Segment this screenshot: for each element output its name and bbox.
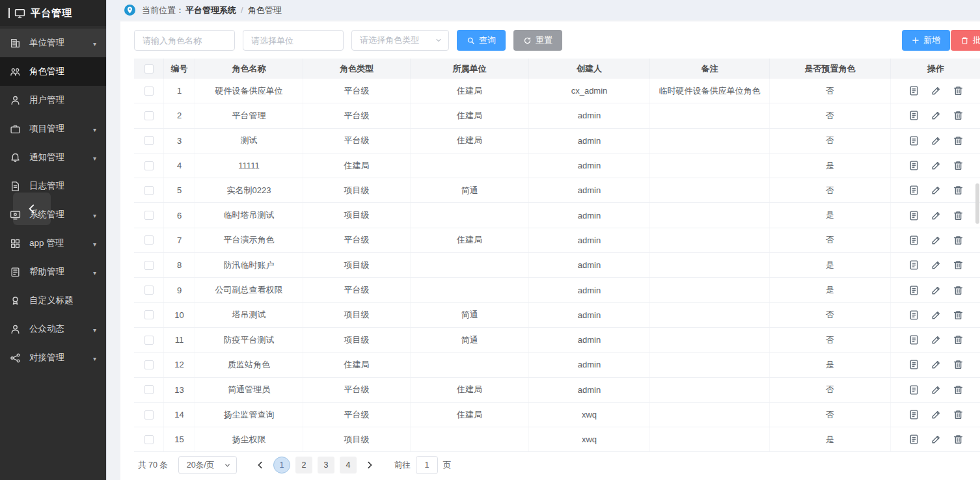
delete-button[interactable] [953,434,964,445]
row-checkbox[interactable] [144,235,154,245]
row-checkbox[interactable] [144,186,154,195]
delete-button[interactable] [953,85,964,96]
vertical-scrollbar-thumb[interactable] [975,183,979,224]
row-checkbox[interactable] [144,435,154,444]
edit-button[interactable] [931,334,942,345]
batch-delete-button[interactable]: 批量删除 [951,30,980,51]
view-button[interactable] [908,434,919,445]
view-button[interactable] [908,210,919,221]
edit-button[interactable] [931,359,942,370]
search-button[interactable]: 查询 [457,30,506,51]
page-button-1[interactable]: 1 [273,457,290,473]
view-button[interactable] [908,160,919,171]
view-button[interactable] [908,185,919,196]
view-button[interactable] [908,85,919,96]
sidebar-item-project[interactable]: 项目管理▾ [0,114,106,143]
delete-button[interactable] [953,310,964,321]
edit-button[interactable] [931,235,942,246]
edit-button[interactable] [931,409,942,420]
cell-no: 4 [164,153,195,178]
page-button-3[interactable]: 3 [318,457,334,473]
view-button[interactable] [908,384,919,395]
row-checkbox[interactable] [144,111,154,120]
sidebar-item-dock[interactable]: 对接管理▾ [0,343,106,372]
edit-button[interactable] [931,135,942,146]
delete-button[interactable] [953,185,964,196]
sidebar-collapse-button[interactable] [13,193,51,225]
cell-unit: 住建局 [411,228,529,252]
sidebar-item-public[interactable]: 公众动态▾ [0,315,106,343]
delete-button[interactable] [953,409,964,420]
view-button[interactable] [908,409,919,420]
page-button-4[interactable]: 4 [340,457,357,473]
sidebar-item-notice[interactable]: 通知管理▾ [0,143,106,172]
edit-button[interactable] [931,310,942,321]
view-button[interactable] [908,310,919,321]
edit-button[interactable] [931,185,942,196]
cell-unit: 住建局 [411,79,529,103]
sidebar-item-user[interactable]: 用户管理 [0,86,106,114]
delete-button[interactable] [953,334,964,345]
row-checkbox[interactable] [144,211,154,220]
select-all-checkbox[interactable] [144,64,154,73]
row-checkbox[interactable] [144,87,154,96]
sidebar-item-help[interactable]: 帮助管理▾ [0,258,106,286]
edit-button[interactable] [931,285,942,296]
delete-button[interactable] [953,285,964,296]
delete-button[interactable] [953,210,964,221]
edit-button[interactable] [931,110,942,121]
delete-button[interactable] [953,135,964,146]
row-checkbox[interactable] [144,360,154,369]
page-unit-label: 页 [443,460,452,471]
delete-button[interactable] [953,384,964,395]
row-checkbox[interactable] [144,310,154,319]
table-row: 7平台演示角色平台级住建局admin否 [134,228,980,253]
add-button[interactable]: 新增 [902,30,950,51]
sidebar-item-app[interactable]: app 管理▾ [0,229,106,258]
unit-input[interactable] [243,30,344,51]
cell-operations [891,353,980,377]
role-type-select[interactable]: 请选择角色类型 [351,30,449,51]
next-page-button[interactable] [362,456,377,474]
reset-button[interactable]: 重置 [513,30,562,51]
delete-button[interactable] [953,359,964,370]
row-checkbox[interactable] [144,136,154,145]
cell-checkbox [134,403,164,427]
row-checkbox[interactable] [144,261,154,270]
page-button-2[interactable]: 2 [295,457,312,473]
delete-button[interactable] [953,235,964,246]
view-button[interactable] [908,235,919,246]
view-button[interactable] [908,260,919,271]
view-button[interactable] [908,359,919,370]
edit-button[interactable] [931,434,942,445]
delete-button[interactable] [953,260,964,271]
role-name-input[interactable] [134,30,235,51]
view-button[interactable] [908,135,919,146]
edit-button[interactable] [931,160,942,171]
delete-button[interactable] [953,160,964,171]
view-button[interactable] [908,285,919,296]
row-checkbox[interactable] [144,410,154,420]
edit-button[interactable] [931,210,942,221]
column-header-preset: 是否预置角色 [770,59,891,79]
breadcrumb-separator: / [241,5,243,15]
row-checkbox[interactable] [144,385,154,394]
row-checkbox[interactable] [144,336,154,345]
goto-page-input[interactable] [416,456,438,474]
edit-button[interactable] [931,384,942,395]
pencil-edit-icon [931,235,942,246]
prev-page-button[interactable] [252,456,268,474]
view-button[interactable] [908,110,919,121]
sidebar-item-custom-title[interactable]: 自定义标题 [0,286,106,315]
view-button[interactable] [908,334,919,345]
row-checkbox[interactable] [144,286,154,295]
breadcrumb-root[interactable]: 平台管理系统 [185,5,236,16]
table-row: 12质监站角色住建局admin是 [134,353,980,377]
sidebar-item-unit[interactable]: 单位管理▾ [0,29,106,57]
edit-button[interactable] [931,260,942,271]
page-size-select[interactable]: 20条/页 [178,456,237,474]
delete-button[interactable] [953,110,964,121]
row-checkbox[interactable] [144,161,154,170]
edit-button[interactable] [931,85,942,96]
sidebar-item-role[interactable]: 角色管理 [0,57,106,86]
